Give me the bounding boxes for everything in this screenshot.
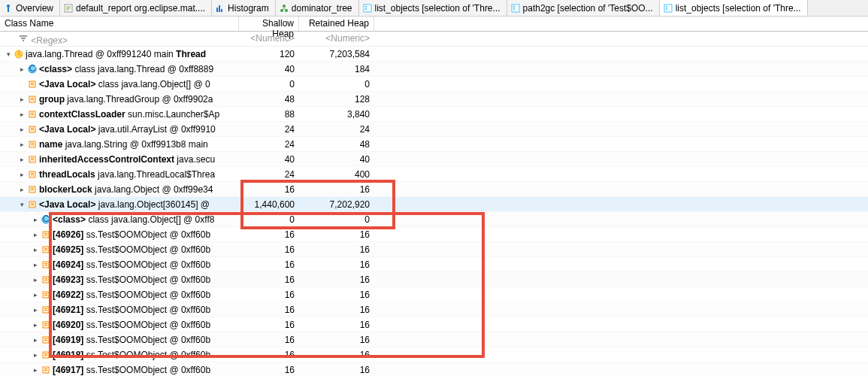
table-row[interactable]: ▸threadLocals java.lang.ThreadLocal$Thre…: [0, 167, 868, 182]
svg-rect-75: [44, 338, 47, 339]
table-row[interactable]: ▸<Java Local> java.util.ArrayList @ 0xff…: [0, 122, 868, 137]
svg-rect-34: [31, 128, 34, 129]
table-row[interactable]: ▸blockerLock java.lang.Object @ 0xff99e3…: [0, 182, 868, 197]
table-row[interactable]: ▸group java.lang.ThreadGroup @ 0xff9902a…: [0, 92, 868, 107]
expand-twisty[interactable]: ▾: [5, 50, 12, 58]
row-label: [46925] ss.Test$OOMObject @ 0xff60b: [53, 244, 210, 255]
svg-point-0: [7, 5, 10, 8]
expand-twisty[interactable]: ▸: [32, 366, 39, 374]
expand-twisty[interactable]: ▸: [32, 336, 39, 344]
expand-twisty[interactable]: ▸: [32, 216, 39, 223]
row-shallow: 16: [239, 244, 299, 255]
row-shallow: 16: [239, 350, 299, 360]
row-name-cell: ▸contextClassLoader sun.misc.Launcher$Ap: [0, 109, 239, 120]
tab-0[interactable]: Overview: [0, 0, 60, 16]
svg-rect-25: [31, 83, 34, 83]
tab-1[interactable]: default_report org.eclipse.mat....: [60, 0, 212, 16]
expand-twisty[interactable]: ▸: [18, 171, 26, 178]
expand-twisty[interactable]: ▸: [18, 96, 26, 103]
col-header-class[interactable]: Class Name: [0, 17, 239, 31]
object-icon: [41, 320, 51, 330]
table-row[interactable]: ▾java.lang.Thread @ 0xff991240 main Thre…: [0, 47, 868, 62]
row-retained: 16: [299, 350, 374, 360]
svg-rect-76: [44, 340, 47, 341]
svg-rect-63: [44, 278, 47, 279]
table-row[interactable]: ▸C<class> class java.lang.Object[] @ 0xf…: [0, 212, 868, 227]
svg-rect-61: [44, 265, 47, 265]
expand-twisty[interactable]: ▸: [32, 306, 39, 314]
filter-shallow[interactable]: <Numeric>: [239, 32, 299, 46]
svg-rect-64: [44, 280, 47, 280]
row-retained: 3,840: [299, 109, 374, 120]
expand-twisty[interactable]: ▾: [18, 201, 26, 208]
expand-twisty[interactable]: ▸: [18, 156, 26, 163]
tab-5[interactable]: path2gc [selection of 'Test$OO...: [507, 0, 660, 16]
tab-6[interactable]: list_objects [selection of 'Thre...: [660, 0, 808, 16]
svg-rect-67: [44, 295, 47, 296]
row-retained: 16: [299, 305, 374, 315]
row-shallow: 0: [239, 214, 299, 225]
expand-twisty[interactable]: ▸: [32, 246, 39, 253]
row-name-cell: ▸C<class> class java.lang.Thread @ 0xff8…: [0, 64, 239, 74]
filter-retained[interactable]: <Numeric>: [299, 32, 374, 46]
expand-twisty[interactable]: ▸: [18, 141, 26, 148]
row-label: <class> class java.lang.Object[] @ 0xff8: [53, 214, 214, 225]
row-retained: 16: [299, 290, 374, 300]
row-label: [46926] ss.Test$OOMObject @ 0xff60b: [53, 229, 210, 240]
svg-rect-54: [44, 233, 47, 234]
expand-twisty[interactable]: ▸: [32, 231, 39, 238]
row-name-cell: ▸[46923] ss.Test$OOMObject @ 0xff60b: [0, 274, 239, 285]
row-label: [46923] ss.Test$OOMObject @ 0xff60b: [53, 274, 210, 285]
row-name-cell: ▸inheritedAccessControlContext java.secu: [0, 154, 239, 165]
tab-3[interactable]: dominator_tree: [276, 0, 359, 16]
tab-label: path2gc [selection of 'Test$OO...: [523, 3, 653, 14]
svg-rect-43: [31, 173, 34, 174]
table-row[interactable]: ▸inheritedAccessControlContext java.secu…: [0, 152, 868, 167]
tab-2[interactable]: Histogram: [212, 0, 276, 16]
table-row[interactable]: ▸name java.lang.String @ 0xff9913b8 main…: [0, 137, 868, 152]
col-header-shallow[interactable]: Shallow Heap: [239, 17, 299, 31]
svg-rect-49: [31, 203, 34, 204]
row-name-cell: ▸C<class> class java.lang.Object[] @ 0xf…: [0, 214, 239, 225]
row-shallow: 40: [239, 64, 299, 74]
object-icon: [41, 244, 51, 255]
row-label: threadLocals java.lang.ThreadLocal$Threa: [39, 169, 215, 180]
table-row[interactable]: ▸[46924] ss.Test$OOMObject @ 0xff60b1616: [0, 257, 868, 272]
row-shallow: 1,440,600: [239, 199, 299, 210]
row-retained: 16: [299, 274, 374, 285]
table-row[interactable]: ▸[46925] ss.Test$OOMObject @ 0xff60b1616: [0, 242, 868, 257]
table-row[interactable]: ▸[46926] ss.Test$OOMObject @ 0xff60b1616: [0, 227, 868, 242]
table-row[interactable]: ▸contextClassLoader sun.misc.Launcher$Ap…: [0, 107, 868, 122]
table-row[interactable]: ▸[46917] ss.Test$OOMObject @ 0xff60b1616: [0, 362, 868, 376]
expand-twisty[interactable]: ▸: [32, 291, 39, 299]
filter-class[interactable]: <Regex>: [0, 32, 239, 46]
table-row[interactable]: ▾<Java Local> java.lang.Object[360145] @…: [0, 197, 868, 212]
table-row[interactable]: <Java Local> class java.lang.Object[] @ …: [0, 77, 868, 92]
table-row[interactable]: ▸[46918] ss.Test$OOMObject @ 0xff60b1616: [0, 347, 868, 362]
expand-twisty[interactable]: ▸: [32, 321, 39, 329]
col-header-retained[interactable]: Retained Heap: [299, 17, 374, 31]
svg-rect-12: [512, 5, 519, 12]
table-row[interactable]: ▸[46920] ss.Test$OOMObject @ 0xff60b1616: [0, 317, 868, 332]
tab-label: dominator_tree: [292, 3, 352, 14]
row-name-cell: ▸blockerLock java.lang.Object @ 0xff99e3…: [0, 184, 239, 195]
row-name-cell: ▸[46917] ss.Test$OOMObject @ 0xff60b: [0, 365, 239, 375]
expand-twisty[interactable]: ▸: [18, 111, 26, 118]
tab-4[interactable]: list_objects [selection of 'Thre...: [359, 0, 507, 16]
table-row[interactable]: ▸C<class> class java.lang.Thread @ 0xff8…: [0, 62, 868, 77]
table-row[interactable]: ▸[46923] ss.Test$OOMObject @ 0xff60b1616: [0, 272, 868, 287]
expand-twisty[interactable]: ▸: [32, 276, 39, 284]
expand-twisty[interactable]: ▸: [18, 65, 26, 73]
row-retained: 184: [299, 64, 374, 74]
expand-twisty[interactable]: ▸: [18, 186, 26, 193]
row-retained: 16: [299, 244, 374, 255]
tab-bar: Overviewdefault_report org.eclipse.mat..…: [0, 0, 868, 17]
table-row[interactable]: ▸[46922] ss.Test$OOMObject @ 0xff60b1616: [0, 287, 868, 302]
expand-twisty[interactable]: ▸: [18, 126, 26, 133]
table-row[interactable]: ▸[46921] ss.Test$OOMObject @ 0xff60b1616: [0, 302, 868, 317]
svg-rect-31: [31, 113, 34, 114]
row-label: [46921] ss.Test$OOMObject @ 0xff60b: [53, 305, 210, 315]
table-row[interactable]: ▸[46919] ss.Test$OOMObject @ 0xff60b1616: [0, 332, 868, 347]
expand-twisty[interactable]: ▸: [32, 351, 39, 359]
expand-twisty[interactable]: ▸: [32, 261, 39, 268]
